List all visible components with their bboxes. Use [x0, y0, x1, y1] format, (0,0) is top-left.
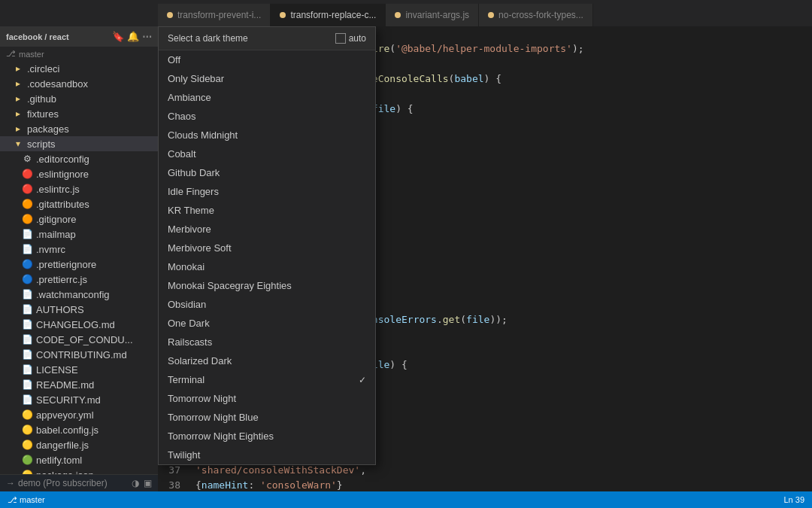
sidebar-item-dangerfile[interactable]: 🟡dangerfile.js — [0, 437, 158, 452]
theme-item-ambiance[interactable]: Ambiance — [159, 88, 375, 107]
sidebar-item-eslintrc[interactable]: 🔴.eslintrc.js — [0, 181, 158, 196]
theme-item-solarized-dark[interactable]: Solarized Dark — [159, 351, 375, 370]
sidebar-item-editorconfig[interactable]: ⚙.editorconfig — [0, 151, 158, 166]
theme-item-tomorrow-night-blue[interactable]: Tomorrow Night Blue — [159, 408, 375, 427]
line-number: 38 — [158, 478, 180, 491]
sidebar-item-eslintignore[interactable]: 🔴.eslintignore — [0, 166, 158, 181]
sidebar-item-scripts[interactable]: ▾scripts — [0, 136, 158, 151]
sidebar-item-authors[interactable]: 📄AUTHORS — [0, 302, 158, 317]
theme-label: Off — [168, 54, 180, 65]
theme-label: Only Sidebar — [168, 73, 224, 84]
sidebar-item-label: .nvmrc — [36, 244, 65, 255]
sidebar-item-label: CONTRIBUTING.md — [36, 349, 127, 360]
theme-item-off[interactable]: Off — [159, 50, 375, 69]
sidebar-item-label: CODE_OF_CONDU... — [36, 334, 133, 345]
sidebar-item-packages[interactable]: ▸packages — [0, 121, 158, 136]
sidebar-item-packagejson[interactable]: 🟡package.json — [0, 467, 158, 474]
theme-item-only-sidebar[interactable]: Only Sidebar — [159, 69, 375, 88]
file-icon: 📄 — [21, 394, 33, 406]
theme-item-railscasts[interactable]: Railscasts — [159, 333, 375, 351]
sidebar-item-codesandbox[interactable]: ▸.codesandbox — [0, 76, 158, 91]
theme-label: Merbivore Soft — [168, 242, 232, 254]
theme-item-tomorrow-night-eighties[interactable]: Tomorrow Night Eighties — [159, 427, 375, 446]
sidebar-item-prettierignore[interactable]: 🔵.prettierignore — [0, 257, 158, 272]
sidebar-item-label: fixtures — [27, 108, 59, 120]
sidebar-item-circleci[interactable]: ▸.circleci — [0, 61, 158, 76]
theme-item-merbivore-soft[interactable]: Merbivore Soft — [159, 239, 375, 257]
sidebar-item-contributing[interactable]: 📄CONTRIBUTING.md — [0, 347, 158, 362]
sidebar-item-babelconfig[interactable]: 🟡babel.config.js — [0, 422, 158, 437]
theme-item-merbivore[interactable]: Merbivore — [159, 220, 375, 239]
layout-icon[interactable]: ▣ — [144, 478, 152, 488]
sidebar-item-nvmrc[interactable]: 📄.nvmrc — [0, 242, 158, 257]
file-icon: 📄 — [21, 243, 33, 255]
theme-item-chaos[interactable]: Chaos — [159, 107, 375, 126]
theme-label: Tomorrow Night — [168, 393, 236, 404]
file-icon: 📄 — [21, 318, 33, 330]
theme-item-kr-theme[interactable]: KR Theme — [159, 201, 375, 220]
theme-item-monokai-spacegray-eighties[interactable]: Monokai Spacegray Eighties — [159, 276, 375, 295]
sidebar-item-label: .codesandbox — [27, 78, 88, 90]
theme-item-github-dark[interactable]: Github Dark — [159, 163, 375, 182]
sidebar-item-prettierrc[interactable]: 🔵.prettierrc.js — [0, 272, 158, 287]
tab-label: invariant-args.js — [405, 10, 469, 20]
sidebar-item-label: LICENSE — [36, 364, 78, 376]
theme-label: Obsidian — [168, 299, 206, 310]
theme-item-cobalt[interactable]: Cobalt — [159, 144, 375, 163]
theme-item-terminal[interactable]: Terminal✓ — [159, 370, 375, 389]
sidebar-item-gitignore[interactable]: 🟠.gitignore — [0, 211, 158, 227]
code-line: 'shared/consoleWithStackDev', — [195, 463, 812, 478]
sidebar-item-fixtures[interactable]: ▸fixtures — [0, 106, 158, 121]
file-icon: 📄 — [21, 228, 33, 240]
contrast-icon[interactable]: ◑ — [132, 478, 139, 488]
file-icon: 🟡 — [21, 469, 33, 474]
file-icon: ▸ — [12, 78, 24, 90]
auto-checkbox[interactable] — [335, 33, 346, 44]
sidebar-item-label: .circleci — [27, 63, 59, 75]
file-icon: 📄 — [21, 364, 33, 376]
theme-item-monokai[interactable]: Monokai — [159, 257, 375, 276]
theme-label: Merbivore — [168, 224, 211, 235]
line-number: 37 — [158, 463, 180, 478]
theme-label: One Dark — [168, 318, 210, 329]
user-label[interactable]: demo (Pro subscriber) — [18, 478, 108, 488]
sidebar-item-license[interactable]: 📄LICENSE — [0, 362, 158, 377]
sidebar-item-label: .gitattributes — [36, 199, 89, 210]
sidebar-item-readme[interactable]: 📄README.md — [0, 377, 158, 392]
theme-item-idle-fingers[interactable]: Idle Fingers — [159, 182, 375, 201]
sidebar-item-netlify[interactable]: 🟢netlify.toml — [0, 452, 158, 467]
sidebar-item-changelog[interactable]: 📄CHANGELOG.md — [0, 317, 158, 332]
theme-item-one-dark[interactable]: One Dark — [159, 314, 375, 333]
tab-tab1[interactable]: transform-prevent-i... — [158, 4, 271, 26]
dropdown-header: Select a dark theme auto — [159, 27, 375, 50]
more-icon[interactable]: ⋯ — [142, 31, 152, 42]
tab-label: transform-prevent-i... — [177, 10, 261, 20]
tab-tab2[interactable]: transform-replace-c... — [271, 4, 386, 26]
theme-item-obsidian[interactable]: Obsidian — [159, 295, 375, 314]
theme-label: Monokai — [168, 261, 205, 272]
sidebar-item-gitattributes[interactable]: 🟠.gitattributes — [0, 196, 158, 211]
theme-item-tomorrow-night[interactable]: Tomorrow Night — [159, 389, 375, 408]
file-icon: 🟠 — [21, 198, 33, 210]
theme-item-twilight[interactable]: Twilight — [159, 446, 375, 464]
main-area: facebook / react 🔖 🔔 ⋯ ⎇ master ▸.circle… — [0, 26, 812, 491]
sidebar-header-icons: 🔖 🔔 ⋯ — [112, 31, 152, 42]
theme-icons: ◑ ▣ — [132, 478, 152, 488]
sidebar-item-code_of_conduct[interactable]: 📄CODE_OF_CONDU... — [0, 332, 158, 347]
dropdown-items: OffOnly SidebarAmbianceChaosClouds Midni… — [159, 50, 375, 464]
dropdown-auto: auto — [335, 33, 366, 44]
sidebar-item-mailmap[interactable]: 📄.mailmap — [0, 227, 158, 242]
sidebar-item-appveyor[interactable]: 🟡appveyor.yml — [0, 407, 158, 422]
theme-item-clouds-midnight[interactable]: Clouds Midnight — [159, 126, 375, 144]
tab-tab4[interactable]: no-cross-fork-types... — [479, 4, 593, 26]
theme-label: Idle Fingers — [168, 186, 219, 197]
sidebar-item-security[interactable]: 📄SECURITY.md — [0, 392, 158, 407]
branch-name: master — [19, 50, 44, 59]
sidebar-item-github[interactable]: ▸.github — [0, 91, 158, 106]
bell-icon[interactable]: 🔔 — [127, 31, 139, 42]
bookmark-icon[interactable]: 🔖 — [112, 31, 124, 42]
sidebar-item-label: netlify.toml — [36, 455, 82, 466]
sidebar-item-watchmanconfig[interactable]: 📄.watchmanconfig — [0, 287, 158, 302]
file-icon: 🔴 — [21, 168, 33, 180]
tab-tab3[interactable]: invariant-args.js — [386, 4, 479, 26]
